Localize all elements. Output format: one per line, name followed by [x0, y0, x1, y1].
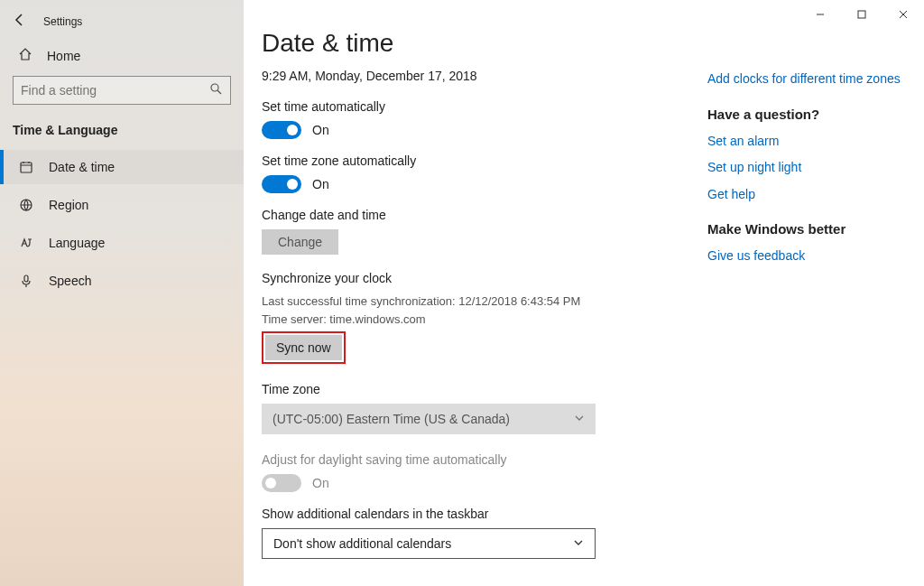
set-tz-auto-toggle[interactable]: [262, 175, 301, 193]
page-title: Date & time: [262, 29, 707, 58]
title-bar-left: Settings: [0, 7, 244, 42]
nav-list: Date & time Region Language Speech: [0, 150, 244, 298]
sync-server: Time server: time.windows.com: [262, 311, 707, 329]
sync-now-highlight: Sync now: [262, 331, 346, 364]
calendars-label: Show additional calendars in the taskbar: [262, 507, 707, 521]
aside: Add clocks for different time zones Have…: [707, 29, 906, 568]
nav-label: Language: [49, 236, 105, 250]
dst-row: On: [262, 474, 707, 492]
svg-rect-3: [24, 275, 28, 282]
sync-last: Last successful time synchronization: 12…: [262, 293, 707, 311]
set-tz-auto-state: On: [312, 177, 329, 191]
link-night-light[interactable]: Set up night light: [707, 159, 906, 177]
svg-rect-4: [858, 11, 865, 18]
minimize-button[interactable]: [799, 0, 841, 29]
current-datetime: 9:29 AM, Monday, December 17, 2018: [262, 69, 707, 83]
sidebar: Settings Home Time & Language Date & tim…: [0, 0, 244, 586]
content: Date & time 9:29 AM, Monday, December 17…: [262, 29, 707, 568]
settings-window: Settings Home Time & Language Date & tim…: [0, 0, 924, 586]
calendars-select[interactable]: Don't show additional calendars: [262, 528, 596, 559]
search-icon: [208, 81, 223, 99]
tz-label: Time zone: [262, 382, 707, 396]
search-box[interactable]: [13, 76, 231, 105]
home-nav[interactable]: Home: [0, 42, 244, 76]
svg-point-0: [211, 84, 218, 91]
svg-rect-1: [21, 163, 32, 172]
globe-icon: [18, 197, 34, 213]
mic-icon: [18, 273, 34, 289]
change-button: Change: [262, 229, 338, 255]
link-add-clocks[interactable]: Add clocks for different time zones: [707, 70, 906, 88]
set-tz-auto-label: Set time zone automatically: [262, 153, 707, 168]
clock-icon: [18, 159, 34, 175]
maximize-button[interactable]: [841, 0, 882, 29]
nav-item-language[interactable]: Language: [0, 226, 244, 260]
dst-toggle: [262, 474, 301, 492]
link-feedback[interactable]: Give us feedback: [707, 247, 906, 265]
aside-improve-heading: Make Windows better: [707, 221, 906, 237]
nav-item-region[interactable]: Region: [0, 188, 244, 222]
back-button[interactable]: [13, 13, 27, 31]
category-title: Time & Language: [0, 119, 244, 150]
chevron-down-icon: [574, 412, 585, 426]
chevron-down-icon: [573, 536, 584, 551]
nav-item-speech[interactable]: Speech: [0, 264, 244, 298]
calendars-value: Don't show additional calendars: [273, 536, 451, 551]
set-tz-auto-row: On: [262, 175, 707, 193]
language-icon: [18, 235, 34, 251]
tz-value: (UTC-05:00) Eastern Time (US & Canada): [273, 412, 510, 426]
set-time-auto-state: On: [312, 123, 329, 137]
window-controls: [799, 0, 924, 29]
set-time-auto-label: Set time automatically: [262, 99, 707, 114]
close-button[interactable]: [882, 0, 924, 29]
home-icon: [18, 47, 32, 65]
search-input[interactable]: [21, 83, 208, 98]
sync-now-button[interactable]: Sync now: [265, 335, 342, 360]
aside-question-heading: Have a question?: [707, 107, 906, 122]
dst-state: On: [312, 476, 329, 490]
main-area: Date & time 9:29 AM, Monday, December 17…: [244, 0, 924, 586]
link-set-alarm[interactable]: Set an alarm: [707, 133, 906, 151]
dst-label: Adjust for daylight saving time automati…: [262, 452, 707, 467]
tz-select: (UTC-05:00) Eastern Time (US & Canada): [262, 404, 596, 434]
change-dt-label: Change date and time: [262, 208, 707, 222]
search-wrap: [0, 76, 244, 119]
nav-label: Region: [49, 198, 88, 212]
set-time-auto-row: On: [262, 121, 707, 139]
link-get-help[interactable]: Get help: [707, 186, 906, 204]
home-label: Home: [47, 49, 80, 63]
nav-label: Speech: [49, 274, 91, 288]
set-time-auto-toggle[interactable]: [262, 121, 301, 139]
nav-label: Date & time: [49, 160, 115, 174]
sync-heading: Synchronize your clock: [262, 271, 707, 285]
nav-item-date-time[interactable]: Date & time: [0, 150, 244, 184]
app-title: Settings: [43, 15, 82, 28]
